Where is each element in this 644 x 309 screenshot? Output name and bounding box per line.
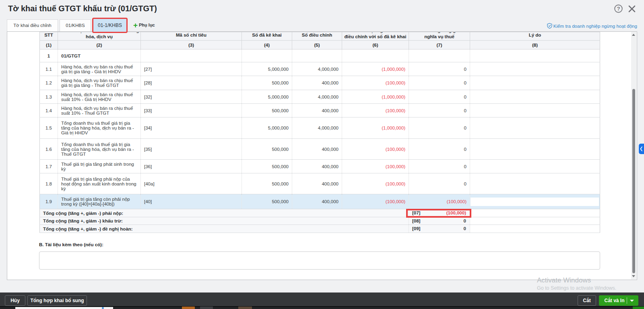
svg-text:?: ? (617, 6, 620, 12)
